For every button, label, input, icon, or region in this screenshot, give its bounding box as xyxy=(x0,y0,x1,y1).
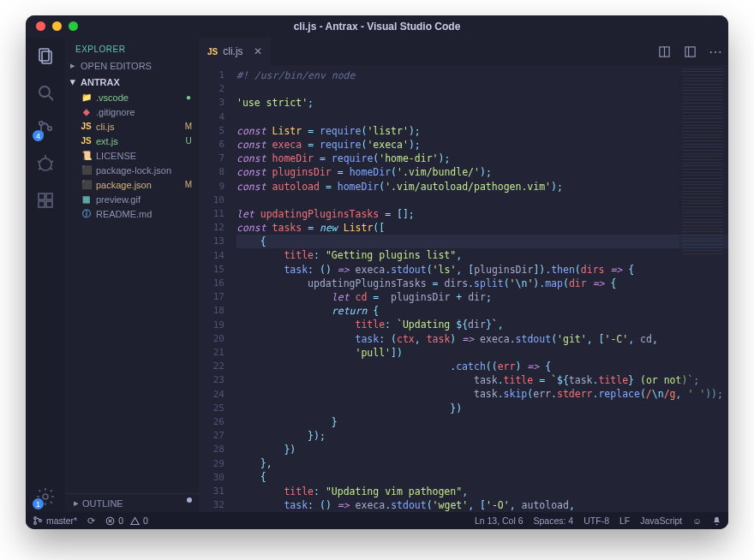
code-editor[interactable]: 1234567891011121314151617181920212223242… xyxy=(199,65,728,512)
more-actions-icon[interactable]: ⋯ xyxy=(703,38,728,65)
code-line[interactable]: .catch((err) => { xyxy=(236,360,728,373)
code-line[interactable]: 'use strict'; xyxy=(236,96,728,110)
traffic-lights xyxy=(36,21,78,31)
js-file-icon: JS xyxy=(207,47,218,57)
code-line[interactable] xyxy=(236,194,728,207)
svg-point-23 xyxy=(34,522,37,525)
code-line[interactable]: const pluginsDir = homeDir('.vim/bundle/… xyxy=(236,165,728,179)
code-line[interactable]: title: "Getting plugins list", xyxy=(236,248,728,262)
code-line[interactable]: }, xyxy=(236,456,728,470)
folder-icon: 📁 xyxy=(81,92,92,103)
warning-count: 0 xyxy=(143,515,148,526)
file-item[interactable]: 📁.vscode● xyxy=(65,90,199,104)
code-line[interactable]: const homeDir = require('home-dir'); xyxy=(236,152,728,165)
file-name: package.json xyxy=(96,180,179,190)
outline-dirty-indicator xyxy=(187,497,192,503)
language-mode[interactable]: JavaScript xyxy=(640,515,682,526)
img-icon: ▦ xyxy=(81,194,92,205)
svg-rect-1 xyxy=(42,51,51,63)
code-line[interactable]: let updatingPluginsTasks = []; xyxy=(236,207,728,221)
code-line[interactable]: 'pull']) xyxy=(236,346,728,360)
svg-rect-14 xyxy=(46,194,52,200)
code-line[interactable]: updatingPluginsTasks = dirs.split('\n').… xyxy=(236,277,728,290)
file-name: LICENSE xyxy=(96,151,179,161)
code-line[interactable]: let cd = pluginsDir + dir; xyxy=(236,290,728,304)
svg-rect-15 xyxy=(39,201,45,207)
notifications-icon[interactable] xyxy=(712,516,721,526)
file-item[interactable]: 📜LICENSE xyxy=(65,148,199,163)
close-tab-icon[interactable]: ✕ xyxy=(254,45,262,57)
svg-rect-20 xyxy=(685,46,694,56)
explorer-icon[interactable] xyxy=(35,46,56,67)
file-item[interactable]: ⬛package-lock.json xyxy=(65,163,199,177)
code-line[interactable] xyxy=(236,82,728,96)
titlebar: cli.js - Antrax - Visual Studio Code xyxy=(26,15,728,38)
svg-rect-16 xyxy=(46,201,52,207)
code-line[interactable]: title: "Updating vim pathogen", xyxy=(236,485,728,498)
scm-badge: 4 xyxy=(33,130,44,141)
svg-point-17 xyxy=(43,494,48,499)
git-branch-status[interactable]: master* xyxy=(33,515,77,526)
tab-cli-js[interactable]: JS cli.js ✕ xyxy=(199,38,271,65)
split-editor-icon[interactable] xyxy=(651,38,677,65)
code-line[interactable] xyxy=(236,110,728,124)
file-item[interactable]: ⬛package.jsonM xyxy=(65,177,199,192)
extensions-icon[interactable] xyxy=(35,190,56,211)
file-git-status: ● xyxy=(183,92,194,102)
feedback-icon[interactable]: ☺ xyxy=(692,515,702,526)
code-line[interactable]: const autoload = homeDir('.vim/autoload/… xyxy=(236,180,728,194)
file-name: .gitignore xyxy=(96,107,179,117)
code-line[interactable]: }) xyxy=(236,443,728,456)
minimize-window-button[interactable] xyxy=(52,21,62,31)
source-control-icon[interactable]: 4 xyxy=(35,118,56,139)
indentation-status[interactable]: Spaces: 4 xyxy=(534,515,574,526)
code-line[interactable]: return { xyxy=(236,304,728,318)
maximize-window-button[interactable] xyxy=(69,21,78,31)
project-section[interactable]: ▾ ANTRAX xyxy=(65,74,199,90)
code-line[interactable]: const tasks = new Listr([ xyxy=(236,221,728,235)
file-git-status: M xyxy=(183,122,194,131)
file-item[interactable]: JSext.jsU xyxy=(65,134,199,148)
encoding-status[interactable]: UTF-8 xyxy=(583,515,609,526)
eol-status[interactable]: LF xyxy=(619,515,630,526)
file-item[interactable]: ▦preview.gif xyxy=(65,192,199,206)
code-line[interactable]: task: (ctx, task) => execa.stdout('git',… xyxy=(236,332,728,346)
file-item[interactable]: JScli.jsM xyxy=(65,119,199,134)
layout-icon[interactable] xyxy=(677,38,703,65)
code-line[interactable]: task: () => execa.stdout('ls', [pluginsD… xyxy=(236,263,728,277)
code-line[interactable]: #! /usr/bin/env node xyxy=(236,69,728,82)
settings-gear-icon[interactable]: 1 xyxy=(35,486,56,507)
code-line[interactable]: title: `Updating ${dir}`, xyxy=(236,318,728,331)
debug-icon[interactable] xyxy=(35,154,56,175)
file-name: preview.gif xyxy=(96,194,179,205)
code-content[interactable]: #! /usr/bin/env node'use strict';const L… xyxy=(231,65,728,512)
code-line[interactable]: task.skip(err.stderr.replace(/\n/g, ' ')… xyxy=(236,387,728,401)
code-line[interactable]: { xyxy=(236,470,728,484)
file-item[interactable]: ⓘREADME.md xyxy=(65,206,199,221)
code-line[interactable]: const execa = require('execa'); xyxy=(236,138,728,152)
file-name: ext.js xyxy=(96,136,179,146)
code-line[interactable]: const Listr = require('listr'); xyxy=(236,124,728,138)
errors-status[interactable]: 0 0 xyxy=(105,515,148,526)
outline-section[interactable]: ▸ OUTLINE xyxy=(65,493,199,512)
code-line[interactable]: task.title = `${task.title} (or not)`; xyxy=(236,373,728,387)
file-name: cli.js xyxy=(96,122,179,132)
code-line[interactable]: task: () => execa.stdout('wget', ['-O', … xyxy=(236,498,728,512)
svg-point-4 xyxy=(39,122,43,125)
close-window-button[interactable] xyxy=(36,21,45,31)
info-icon: ⓘ xyxy=(81,208,92,219)
code-line[interactable]: }) xyxy=(236,402,728,415)
file-item[interactable]: ◆.gitignore xyxy=(65,104,199,119)
open-editors-section[interactable]: ▸ OPEN EDITORS xyxy=(65,57,199,74)
code-line[interactable]: { xyxy=(236,235,728,248)
search-icon[interactable] xyxy=(35,82,56,103)
svg-line-3 xyxy=(49,96,53,100)
code-line[interactable]: }); xyxy=(236,429,728,443)
cert-icon: 📜 xyxy=(81,150,92,161)
cursor-position[interactable]: Ln 13, Col 6 xyxy=(475,515,524,526)
open-editors-label: OPEN EDITORS xyxy=(81,61,152,71)
sync-status[interactable]: ⟳ xyxy=(87,515,95,526)
code-line[interactable]: } xyxy=(236,415,728,429)
file-git-status: M xyxy=(183,180,194,189)
vscode-window: cli.js - Antrax - Visual Studio Code 4 xyxy=(26,15,728,529)
